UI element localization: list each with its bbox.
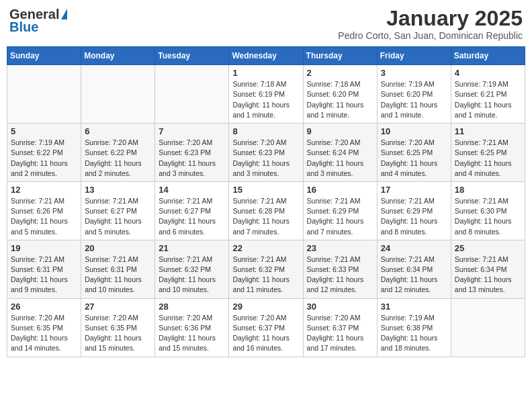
calendar-week-row: 1Sunrise: 7:18 AM Sunset: 6:19 PM Daylig…: [7, 65, 525, 124]
calendar-cell: 27Sunrise: 7:20 AM Sunset: 6:35 PM Dayli…: [81, 298, 155, 357]
day-number: 13: [85, 185, 151, 195]
page-header: General Blue January 2025 Pedro Corto, S…: [7, 7, 525, 41]
day-number: 28: [159, 302, 225, 312]
logo-triangle-icon: [61, 9, 67, 19]
day-number: 24: [381, 243, 447, 253]
day-info: Sunrise: 7:21 AM Sunset: 6:31 PM Dayligh…: [85, 255, 151, 295]
col-thursday: Thursday: [303, 47, 377, 65]
day-number: 7: [159, 126, 225, 136]
day-info: Sunrise: 7:20 AM Sunset: 6:22 PM Dayligh…: [85, 138, 151, 179]
day-info: Sunrise: 7:21 AM Sunset: 6:34 PM Dayligh…: [381, 255, 447, 295]
day-number: 8: [232, 126, 299, 136]
day-number: 21: [159, 243, 225, 253]
day-info: Sunrise: 7:20 AM Sunset: 6:36 PM Dayligh…: [159, 313, 225, 354]
calendar-cell: 9Sunrise: 7:20 AM Sunset: 6:24 PM Daylig…: [303, 124, 377, 182]
day-info: Sunrise: 7:21 AM Sunset: 6:29 PM Dayligh…: [307, 196, 373, 237]
calendar-cell: [7, 65, 81, 124]
day-number: 14: [159, 185, 225, 195]
month-title: January 2025: [338, 7, 523, 30]
calendar-cell: 28Sunrise: 7:20 AM Sunset: 6:36 PM Dayli…: [155, 298, 229, 357]
day-info: Sunrise: 7:19 AM Sunset: 6:22 PM Dayligh…: [11, 138, 77, 179]
day-number: 30: [307, 302, 373, 312]
calendar-body: 1Sunrise: 7:18 AM Sunset: 6:19 PM Daylig…: [7, 65, 525, 357]
calendar-table: Sunday Monday Tuesday Wednesday Thursday…: [7, 46, 525, 357]
calendar-week-row: 12Sunrise: 7:21 AM Sunset: 6:26 PM Dayli…: [7, 181, 525, 240]
calendar-cell: 10Sunrise: 7:20 AM Sunset: 6:25 PM Dayli…: [377, 124, 451, 182]
day-number: 2: [307, 68, 373, 78]
calendar-cell: 20Sunrise: 7:21 AM Sunset: 6:31 PM Dayli…: [81, 240, 155, 298]
calendar-cell: [81, 65, 155, 124]
day-number: 12: [11, 185, 77, 195]
day-info: Sunrise: 7:21 AM Sunset: 6:28 PM Dayligh…: [232, 196, 299, 237]
calendar-cell: 17Sunrise: 7:21 AM Sunset: 6:29 PM Dayli…: [377, 181, 451, 240]
day-number: 4: [455, 68, 521, 78]
calendar-cell: 16Sunrise: 7:21 AM Sunset: 6:29 PM Dayli…: [303, 181, 377, 240]
day-number: 15: [232, 185, 299, 195]
title-area: January 2025 Pedro Corto, San Juan, Domi…: [338, 7, 523, 41]
day-number: 16: [307, 185, 373, 195]
calendar-week-row: 26Sunrise: 7:20 AM Sunset: 6:35 PM Dayli…: [7, 298, 525, 357]
calendar-cell: [155, 65, 229, 124]
day-info: Sunrise: 7:20 AM Sunset: 6:37 PM Dayligh…: [307, 313, 373, 354]
day-number: 3: [381, 68, 447, 78]
calendar-cell: 21Sunrise: 7:21 AM Sunset: 6:32 PM Dayli…: [155, 240, 229, 298]
calendar-week-row: 5Sunrise: 7:19 AM Sunset: 6:22 PM Daylig…: [7, 124, 525, 182]
col-sunday: Sunday: [7, 47, 81, 65]
calendar-cell: 14Sunrise: 7:21 AM Sunset: 6:27 PM Dayli…: [155, 181, 229, 240]
day-info: Sunrise: 7:20 AM Sunset: 6:23 PM Dayligh…: [232, 138, 299, 179]
calendar-cell: 24Sunrise: 7:21 AM Sunset: 6:34 PM Dayli…: [377, 240, 451, 298]
calendar-cell: 7Sunrise: 7:20 AM Sunset: 6:23 PM Daylig…: [155, 124, 229, 182]
logo: General Blue: [9, 7, 67, 35]
calendar-cell: 5Sunrise: 7:19 AM Sunset: 6:22 PM Daylig…: [7, 124, 81, 182]
header-row: Sunday Monday Tuesday Wednesday Thursday…: [7, 47, 525, 65]
day-info: Sunrise: 7:20 AM Sunset: 6:35 PM Dayligh…: [11, 313, 77, 354]
calendar-cell: 30Sunrise: 7:20 AM Sunset: 6:37 PM Dayli…: [303, 298, 377, 357]
col-tuesday: Tuesday: [155, 47, 229, 65]
day-info: Sunrise: 7:21 AM Sunset: 6:33 PM Dayligh…: [307, 255, 373, 295]
day-number: 29: [232, 302, 299, 312]
day-number: 5: [11, 126, 77, 136]
day-number: 9: [307, 126, 373, 136]
day-number: 25: [455, 243, 521, 253]
calendar-cell: 22Sunrise: 7:21 AM Sunset: 6:32 PM Dayli…: [229, 240, 303, 298]
calendar-cell: 25Sunrise: 7:21 AM Sunset: 6:34 PM Dayli…: [451, 240, 525, 298]
calendar-cell: 1Sunrise: 7:18 AM Sunset: 6:19 PM Daylig…: [229, 65, 303, 124]
calendar-cell: 12Sunrise: 7:21 AM Sunset: 6:26 PM Dayli…: [7, 181, 81, 240]
day-info: Sunrise: 7:20 AM Sunset: 6:23 PM Dayligh…: [159, 138, 225, 179]
day-info: Sunrise: 7:19 AM Sunset: 6:21 PM Dayligh…: [455, 79, 521, 120]
day-number: 31: [381, 302, 447, 312]
calendar-cell: 15Sunrise: 7:21 AM Sunset: 6:28 PM Dayli…: [229, 181, 303, 240]
day-number: 1: [232, 68, 299, 78]
calendar-cell: 18Sunrise: 7:21 AM Sunset: 6:30 PM Dayli…: [451, 181, 525, 240]
calendar-cell: 31Sunrise: 7:19 AM Sunset: 6:38 PM Dayli…: [377, 298, 451, 357]
calendar-cell: 11Sunrise: 7:21 AM Sunset: 6:25 PM Dayli…: [451, 124, 525, 182]
col-saturday: Saturday: [451, 47, 525, 65]
day-info: Sunrise: 7:21 AM Sunset: 6:29 PM Dayligh…: [381, 196, 447, 237]
col-friday: Friday: [377, 47, 451, 65]
calendar-cell: [451, 298, 525, 357]
day-number: 10: [381, 126, 447, 136]
day-number: 19: [11, 243, 77, 253]
day-info: Sunrise: 7:21 AM Sunset: 6:31 PM Dayligh…: [11, 255, 77, 295]
day-number: 22: [232, 243, 299, 253]
col-wednesday: Wednesday: [229, 47, 303, 65]
day-info: Sunrise: 7:20 AM Sunset: 6:37 PM Dayligh…: [232, 313, 299, 354]
day-info: Sunrise: 7:19 AM Sunset: 6:20 PM Dayligh…: [381, 79, 447, 120]
day-info: Sunrise: 7:21 AM Sunset: 6:25 PM Dayligh…: [455, 138, 521, 179]
day-info: Sunrise: 7:21 AM Sunset: 6:30 PM Dayligh…: [455, 196, 521, 237]
day-number: 20: [85, 243, 151, 253]
day-info: Sunrise: 7:21 AM Sunset: 6:27 PM Dayligh…: [85, 196, 151, 237]
calendar-cell: 8Sunrise: 7:20 AM Sunset: 6:23 PM Daylig…: [229, 124, 303, 182]
day-number: 18: [455, 185, 521, 195]
day-info: Sunrise: 7:21 AM Sunset: 6:32 PM Dayligh…: [232, 255, 299, 295]
calendar-cell: 26Sunrise: 7:20 AM Sunset: 6:35 PM Dayli…: [7, 298, 81, 357]
calendar-cell: 4Sunrise: 7:19 AM Sunset: 6:21 PM Daylig…: [451, 65, 525, 124]
day-info: Sunrise: 7:21 AM Sunset: 6:27 PM Dayligh…: [159, 196, 225, 237]
calendar-cell: 23Sunrise: 7:21 AM Sunset: 6:33 PM Dayli…: [303, 240, 377, 298]
day-number: 6: [85, 126, 151, 136]
day-info: Sunrise: 7:18 AM Sunset: 6:19 PM Dayligh…: [232, 79, 299, 120]
location-subtitle: Pedro Corto, San Juan, Dominican Republi…: [338, 30, 523, 41]
day-number: 11: [455, 126, 521, 136]
calendar-cell: 2Sunrise: 7:18 AM Sunset: 6:20 PM Daylig…: [303, 65, 377, 124]
day-info: Sunrise: 7:20 AM Sunset: 6:25 PM Dayligh…: [381, 138, 447, 179]
